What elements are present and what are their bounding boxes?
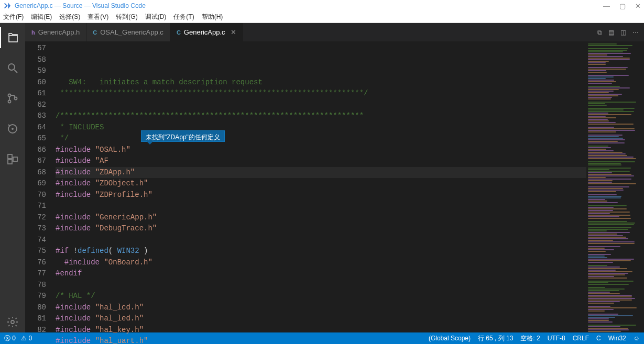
line-number: 59 (25, 65, 46, 77)
source-control-icon[interactable] (0, 88, 25, 109)
code-line[interactable] (56, 235, 586, 246)
window-title: GenericApp.c — Source — Visual Studio Co… (15, 2, 603, 9)
split-editor-icon[interactable]: ◫ (620, 29, 626, 36)
line-number: 69 (25, 178, 46, 190)
file-type-icon: h (31, 29, 35, 36)
svg-point-11 (11, 320, 14, 324)
svg-point-3 (8, 101, 11, 103)
more-actions-icon[interactable]: ⋯ (632, 29, 639, 36)
vscode-logo-icon (3, 2, 12, 10)
maximize-button[interactable]: ▢ (619, 2, 626, 10)
explorer-icon[interactable] (0, 27, 25, 48)
line-number: 58 (25, 54, 46, 66)
line-number: 71 (25, 201, 46, 212)
minimap[interactable] (586, 41, 644, 332)
line-number: 73 (25, 223, 46, 235)
code-line[interactable]: #include "ZDObject.h" (56, 178, 586, 190)
extensions-icon[interactable] (0, 149, 25, 170)
line-number: 60 (25, 77, 46, 88)
status-language[interactable]: C (596, 335, 601, 342)
compare-changes-icon[interactable]: ⧉ (597, 29, 602, 36)
settings-gear-icon[interactable] (0, 312, 25, 332)
tab-close-icon[interactable]: ✕ (231, 28, 236, 36)
line-number: 70 (25, 190, 46, 201)
editor-tab[interactable]: CGenericApp.c✕ (170, 23, 243, 41)
line-number: 81 (25, 313, 46, 325)
tab-label: GenericApp.h (38, 28, 80, 36)
code-area[interactable]: 未找到"ZDApp"的任何定义 SW4: initiates a match d… (56, 41, 586, 332)
editor-tabbar: hGenericApp.hCOSAL_GenericApp.cCGenericA… (25, 23, 644, 41)
code-line[interactable]: #include "ZDProfile.h" (56, 190, 586, 201)
line-number: 67 (25, 156, 46, 167)
line-number: 62 (25, 99, 46, 111)
line-number: 65 (25, 133, 46, 145)
code-line[interactable] (56, 201, 586, 212)
code-line[interactable]: /* HAL */ (56, 291, 586, 302)
status-feedback-icon[interactable]: ☺ (634, 335, 640, 342)
code-line[interactable]: #include "ZDApp.h" (56, 167, 586, 179)
menu-edit[interactable]: 编辑(E) (31, 13, 52, 21)
tab-label: OSAL_GenericApp.c (100, 28, 163, 36)
search-icon[interactable] (0, 58, 25, 79)
svg-point-6 (12, 128, 13, 129)
open-preview-icon[interactable]: ▤ (608, 29, 614, 36)
code-line[interactable]: #include "DebugTrace.h" (56, 223, 586, 235)
status-warnings[interactable]: ⚠ 0 (21, 335, 32, 342)
code-line[interactable] (56, 99, 586, 111)
line-number: 61 (25, 88, 46, 99)
line-number: 57 (25, 43, 46, 54)
code-line[interactable]: #endif (56, 268, 586, 280)
line-number: 63 (25, 110, 46, 122)
file-type-icon: C (93, 29, 97, 36)
line-number: 68 (25, 167, 46, 179)
close-button[interactable]: ✕ (635, 2, 641, 10)
code-line[interactable]: #include "GenericApp.h" (56, 212, 586, 224)
code-line[interactable]: * INCLUDES (56, 122, 586, 134)
line-number: 72 (25, 212, 46, 224)
editor-tab[interactable]: COSAL_GenericApp.c (86, 23, 170, 41)
code-line[interactable]: #include "OnBoard.h" (56, 257, 586, 269)
debug-icon[interactable] (0, 118, 25, 139)
code-line[interactable]: #include "AF (56, 156, 586, 167)
code-line[interactable]: ****************************************… (56, 88, 586, 99)
svg-line-1 (14, 70, 17, 73)
code-line[interactable]: #include "hal_key.h" (56, 325, 586, 336)
line-number: 74 (25, 235, 46, 246)
svg-point-4 (15, 97, 17, 100)
menu-debug[interactable]: 调试(D) (145, 13, 167, 21)
line-number: 82 (25, 325, 46, 336)
svg-rect-8 (8, 154, 12, 159)
code-line[interactable]: /***************************************… (56, 110, 586, 122)
line-number: 79 (25, 291, 46, 302)
error-tooltip: 未找到"ZDApp"的任何定义 (141, 130, 225, 142)
status-config[interactable]: Win32 (608, 335, 626, 342)
svg-point-2 (8, 94, 11, 97)
line-number: 77 (25, 268, 46, 280)
code-line[interactable]: #include "hal_uart.h" (56, 336, 586, 344)
code-line[interactable]: #if !defined( WIN32 ) (56, 246, 586, 257)
menu-file[interactable]: 文件(F) (3, 13, 24, 21)
code-line[interactable]: #include "hal_lcd.h" (56, 302, 586, 314)
menubar: 文件(F) 编辑(E) 选择(S) 查看(V) 转到(G) 调试(D) 任务(T… (0, 12, 644, 23)
menu-view[interactable]: 查看(V) (88, 13, 108, 21)
tab-label: GenericApp.c (184, 28, 225, 36)
editor-body[interactable]: 5758596061626364656667686970717273747576… (25, 41, 644, 332)
menu-selection[interactable]: 选择(S) (59, 13, 80, 21)
code-line[interactable]: #include "hal_led.h" (56, 313, 586, 325)
svg-line-7 (8, 125, 10, 126)
line-number: 76 (25, 257, 46, 269)
line-number: 64 (25, 122, 46, 134)
code-line[interactable]: #include "OSAL.h" (56, 145, 586, 156)
menu-goto[interactable]: 转到(G) (116, 13, 137, 21)
status-errors[interactable]: ⓧ 0 (4, 334, 16, 343)
minimize-button[interactable]: ― (603, 2, 610, 10)
line-number: 66 (25, 145, 46, 156)
menu-help[interactable]: 帮助(H) (202, 13, 223, 21)
code-line[interactable]: */ (56, 133, 586, 145)
code-line[interactable]: SW4: initiates a match description reque… (56, 77, 586, 88)
menu-tasks[interactable]: 任务(T) (173, 13, 194, 21)
editor-tab[interactable]: hGenericApp.h (25, 23, 86, 41)
activity-bar (0, 23, 25, 332)
file-type-icon: C (177, 29, 181, 36)
code-line[interactable] (56, 280, 586, 291)
